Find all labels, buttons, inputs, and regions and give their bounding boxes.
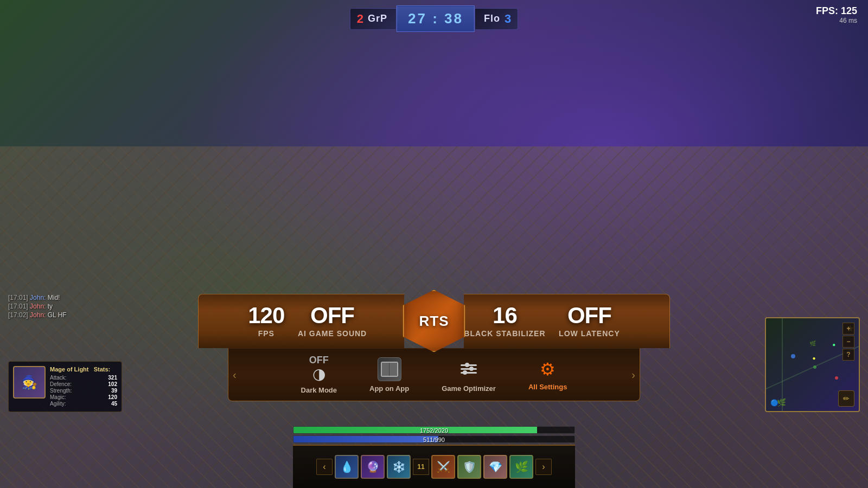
svg-point-3 [791,354,795,358]
mp-bar-track: 511/990 [293,435,575,443]
app-on-app-button[interactable]: App on App [369,357,409,393]
sliders-icon [461,364,477,374]
character-avatar: 🧙 [13,366,46,399]
fps-ms: 46 ms [816,17,857,24]
team-right-score: Flo 3 [475,8,518,30]
stat-agility: Agility: 45 [50,401,117,407]
fps-stat-item: 120 FPS [248,304,284,338]
all-settings-icon: ⚙ [540,359,556,380]
svg-point-2 [813,365,816,369]
skill-5-button[interactable]: 🛡️ [457,455,481,479]
game-optimizer-label: Game Optimizer [442,384,496,393]
all-settings-label: All Settings [528,383,567,391]
skill-2-button[interactable]: 🔮 [361,455,385,479]
overlay-panel: 120 FPS OFF AI Game Sound 16 Black Stabi… [198,294,670,401]
latency-label: Low Latency [559,329,620,338]
minimap: 🔵 ● ● 🌿 🌿 ★ ✏ + − ? [765,317,860,412]
fps-value: FPS: 125 [816,5,857,17]
chat-entry-1: [17:01] John: Mid! [8,294,67,301]
team-left-name: GrP [368,13,387,24]
timer-display: 27 : 38 [408,10,463,27]
hp-bar-track: 1752/2020 [293,426,575,434]
chat-entry-2: [17:01] John: ty [8,303,67,310]
chat-log: [17:01] John: Mid! [17:01] John: ty [17:… [8,294,67,320]
stat-magic: Magic: 120 [50,394,117,400]
stat-strength: Strength: 39 [50,388,117,394]
app-split-left [382,363,390,376]
hp-bar-value: 1752/2020 [293,427,575,434]
bottom-skill-bar: ‹ 💧 🔮 ❄️ 11 ⚔️ 🛡️ 💎 🌿 › [293,445,575,488]
zoom-out-button[interactable]: − [843,336,854,348]
skill-6-button[interactable]: 💎 [483,455,507,479]
skill-3-button[interactable]: ❄️ [387,455,411,479]
ai-sound-value: OFF [310,304,354,327]
fps-stat-label: FPS [258,329,275,338]
zoom-controls: + − ? [843,323,854,361]
svg-point-4 [835,376,838,380]
team-right-kills: 3 [505,12,511,26]
top-hud: 2 GrP 27 : 38 Flo 3 [350,5,518,32]
skill-1-button[interactable]: 💧 [335,455,359,479]
game-background [0,0,868,488]
team-right-name: Flo [484,13,500,24]
latency-value: OFF [567,304,611,327]
health-bars: 1752/2020 511/990 [293,426,575,445]
icons-bar-right-arrow[interactable]: › [631,369,635,381]
skill-4-button[interactable]: ⚔️ [431,455,455,479]
dark-mode-off-label: OFF [309,355,329,365]
ai-sound-stat-item: OFF AI Game Sound [298,304,367,338]
dark-mode-icon: ◑ [312,365,326,383]
app-split-right [390,363,397,376]
minimap-edit-button[interactable]: ✏ [838,390,854,407]
character-info: Mage of Light Stats: Attack: 321 Defence… [50,366,117,407]
slider-knob-3 [463,370,467,375]
hex-shape: RTS [403,290,465,352]
fps-stat-value: 120 [248,304,284,327]
svg-text:🌿: 🌿 [809,340,816,347]
skill-7-button[interactable]: 🌿 [509,455,533,479]
svg-text:🌿: 🌿 [777,398,787,407]
zoom-in-button[interactable]: + [843,323,854,335]
latency-stat-item: OFF Low Latency [559,304,620,338]
hex-label: RTS [419,313,449,330]
character-name: Mage of Light Stats: [50,366,117,373]
character-stats-panel: 🧙 Mage of Light Stats: Attack: 321 Defen… [8,361,122,412]
center-hexagon: RTS [403,290,465,352]
help-button[interactable]: ? [843,349,854,361]
app-on-app-label: App on App [369,384,409,393]
slider-line-3 [461,372,477,374]
game-optimizer-button[interactable]: Game Optimizer [442,357,496,393]
team-left-kills: 2 [357,12,363,26]
slider-knob-1 [465,363,469,367]
app-on-app-icon [378,357,401,381]
stabilizer-label: Black Stabilizer [464,329,545,338]
expand-right-button[interactable]: › [535,459,552,475]
ai-sound-label: AI Game Sound [298,329,367,338]
app-split-icon [381,362,398,377]
icons-bar: ‹ › OFF ◑ Dark Mode App on App [228,348,640,401]
dark-mode-button[interactable]: OFF ◑ Dark Mode [301,355,337,394]
mp-bar-container: 511/990 [293,435,575,443]
all-settings-button[interactable]: ⚙ All Settings [528,359,567,391]
stabilizer-stat-item: 16 Black Stabilizer [464,304,545,338]
game-timer: 27 : 38 [397,5,475,32]
dark-mode-label: Dark Mode [301,386,337,394]
mp-bar-value: 511/990 [293,436,575,443]
slider-line-2 [461,368,477,370]
stat-attack: Attack: 321 [50,375,117,381]
hp-bar-container: 1752/2020 [293,426,575,434]
fps-counter: FPS: 125 46 ms [816,5,857,24]
expand-left-button[interactable]: ‹ [316,459,333,475]
stat-defence: Defence: 102 [50,381,117,387]
stats-bar: 120 FPS OFF AI Game Sound 16 Black Stabi… [198,294,670,348]
slider-line-1 [461,364,477,366]
level-badge: 11 [413,459,429,475]
chat-entry-3: [17:02] John: GL HF [8,311,67,319]
slider-knob-2 [469,367,474,371]
game-optimizer-icon [457,357,481,381]
stabilizer-value: 16 [493,304,517,327]
icons-bar-left-arrow[interactable]: ‹ [233,369,237,381]
team-left-score: 2 GrP [350,8,397,30]
